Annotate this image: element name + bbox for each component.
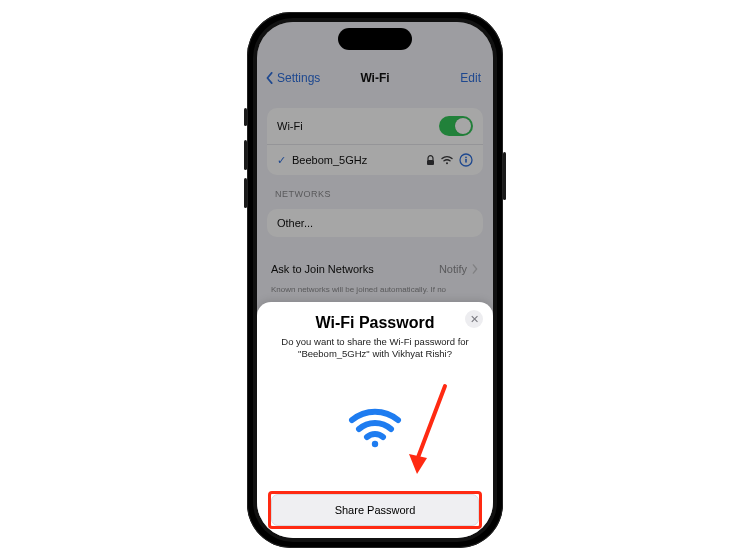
ask-to-join-row[interactable]: Ask to Join Networks Notify bbox=[267, 257, 483, 281]
network-name: Beebom_5GHz bbox=[292, 154, 367, 166]
networks-group: Other... bbox=[267, 209, 483, 237]
volume-down-button bbox=[244, 178, 247, 208]
page-title: Wi-Fi bbox=[360, 71, 389, 85]
wifi-signal-icon bbox=[441, 155, 453, 165]
info-icon[interactable] bbox=[459, 153, 473, 167]
power-button bbox=[503, 152, 506, 200]
ask-footnote: Known networks will be joined automatica… bbox=[271, 285, 479, 295]
share-password-button[interactable]: Share Password bbox=[271, 494, 479, 526]
connected-network-row[interactable]: ✓ Beebom_5GHz bbox=[267, 144, 483, 175]
share-password-sheet: ✕ Wi-Fi Password Do you want to share th… bbox=[257, 302, 493, 538]
sheet-message: Do you want to share the Wi-Fi password … bbox=[271, 336, 479, 361]
screen: Settings Wi-Fi Edit Wi-Fi ✓ Beebom_5GHz bbox=[257, 22, 493, 538]
wifi-toggle[interactable] bbox=[439, 116, 473, 136]
volume-up-button bbox=[244, 140, 247, 170]
wifi-toggle-label: Wi-Fi bbox=[277, 120, 303, 132]
wifi-group: Wi-Fi ✓ Beebom_5GHz bbox=[267, 108, 483, 175]
checkmark-icon: ✓ bbox=[277, 154, 286, 167]
silent-switch bbox=[244, 108, 247, 126]
svg-point-1 bbox=[446, 162, 448, 164]
svg-point-3 bbox=[465, 156, 467, 158]
back-button[interactable]: Settings bbox=[265, 71, 320, 85]
chevron-left-icon bbox=[265, 72, 275, 84]
sheet-title: Wi-Fi Password bbox=[271, 314, 479, 332]
svg-rect-0 bbox=[427, 160, 434, 165]
ask-label: Ask to Join Networks bbox=[271, 263, 374, 275]
networks-header: NETWORKS bbox=[275, 189, 475, 199]
chevron-right-icon bbox=[471, 264, 479, 274]
other-network-row[interactable]: Other... bbox=[267, 209, 483, 237]
nav-bar: Settings Wi-Fi Edit bbox=[257, 58, 493, 98]
wifi-toggle-row[interactable]: Wi-Fi bbox=[267, 108, 483, 144]
svg-point-5 bbox=[372, 441, 378, 447]
iphone-frame: Settings Wi-Fi Edit Wi-Fi ✓ Beebom_5GHz bbox=[247, 12, 503, 548]
close-button[interactable]: ✕ bbox=[465, 310, 483, 328]
edit-button[interactable]: Edit bbox=[460, 71, 481, 85]
back-label: Settings bbox=[277, 71, 320, 85]
share-password-label: Share Password bbox=[335, 504, 416, 516]
dynamic-island bbox=[338, 28, 412, 50]
lock-icon bbox=[426, 155, 435, 166]
svg-rect-4 bbox=[465, 159, 467, 163]
wifi-icon bbox=[271, 361, 479, 494]
ask-value: Notify bbox=[439, 263, 467, 275]
other-label: Other... bbox=[277, 217, 313, 229]
